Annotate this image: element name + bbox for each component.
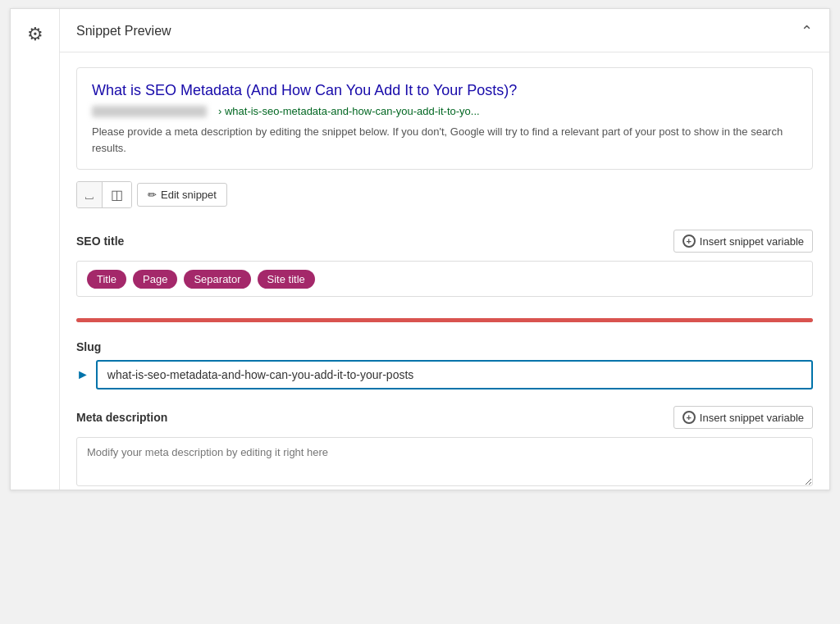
meta-description-textarea[interactable]	[76, 437, 813, 486]
slug-arrow-icon: ►	[76, 360, 89, 389]
snippet-preview-box: What is SEO Metadata (And How Can You Ad…	[76, 67, 813, 170]
mobile-view-button[interactable]: ⎵	[77, 182, 103, 207]
plus-circle-icon: +	[682, 235, 696, 248]
main-content: Snippet Preview ⌃ What is SEO Metadata (…	[60, 9, 829, 490]
edit-snippet-button[interactable]: ✏ Edit snippet	[137, 183, 227, 207]
meta-description-section: Meta description + Insert snippet variab…	[60, 406, 829, 490]
slug-section: Slug ►	[60, 337, 829, 406]
seo-title-pill[interactable]: Page	[133, 270, 177, 289]
seo-title-header: SEO title + Insert snippet variable	[76, 223, 813, 253]
preview-title[interactable]: What is SEO Metadata (And How Can You Ad…	[92, 81, 797, 100]
slug-input-wrapper: ►	[76, 360, 813, 389]
edit-snippet-label: Edit snippet	[161, 189, 217, 201]
seo-title-pill[interactable]: Separator	[184, 270, 250, 289]
meta-description-insert-variable-button[interactable]: + Insert snippet variable	[673, 406, 813, 429]
sidebar: ⚙	[11, 9, 60, 490]
preview-url-row: › what-is-seo-metadata-and-how-can-you-a…	[92, 105, 797, 117]
gear-icon: ⚙	[27, 24, 43, 45]
collapse-button[interactable]: ⌃	[801, 22, 813, 40]
progress-fill	[76, 318, 813, 322]
progress-bar-row	[76, 318, 813, 322]
mobile-icon: ⎵	[85, 188, 94, 203]
snippet-preview-header: Snippet Preview ⌃	[60, 9, 829, 52]
snippet-preview-title: Snippet Preview	[76, 24, 171, 39]
progress-bar	[76, 318, 813, 322]
seo-title-label: SEO title	[76, 235, 124, 248]
slug-label: Slug	[76, 337, 813, 353]
seo-title-insert-variable-button[interactable]: + Insert snippet variable	[673, 230, 813, 253]
slug-input[interactable]	[96, 360, 813, 389]
meta-description-header: Meta description + Insert snippet variab…	[76, 406, 813, 429]
slug-section-inner: Slug ►	[60, 337, 829, 389]
seo-title-pill[interactable]: Title	[87, 270, 126, 289]
main-container: ⚙ Snippet Preview ⌃ What is SEO Metadata…	[10, 8, 830, 490]
meta-plus-circle-icon: +	[682, 411, 696, 424]
seo-title-insert-variable-label: Insert snippet variable	[700, 235, 804, 248]
preview-description: Please provide a meta description by edi…	[92, 124, 797, 156]
desktop-view-button[interactable]: ◫	[103, 182, 131, 207]
seo-title-field[interactable]: TitlePageSeparatorSite title	[76, 261, 813, 297]
desktop-icon: ◫	[111, 187, 123, 203]
meta-description-insert-variable-label: Insert snippet variable	[700, 412, 804, 424]
seo-title-pill[interactable]: Site title	[258, 270, 315, 289]
url-blurred-domain	[92, 106, 207, 117]
meta-description-label: Meta description	[76, 411, 167, 424]
pencil-icon: ✏	[148, 189, 157, 201]
view-toggle-group: ⎵ ◫	[76, 181, 132, 208]
preview-url-path[interactable]: › what-is-seo-metadata-and-how-can-you-a…	[218, 105, 480, 117]
seo-title-section: SEO title + Insert snippet variable Titl…	[60, 223, 829, 313]
view-buttons-row: ⎵ ◫ ✏ Edit snippet	[76, 181, 813, 208]
